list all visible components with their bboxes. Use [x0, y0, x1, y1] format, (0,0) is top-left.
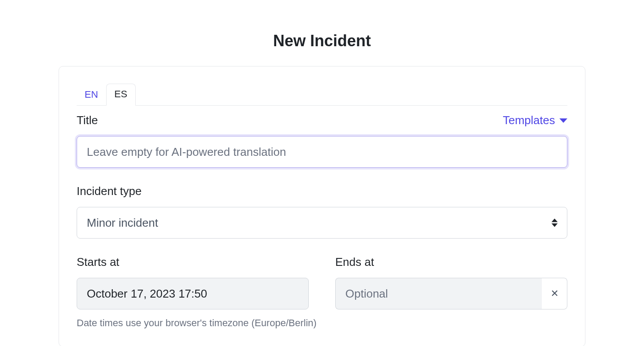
- incident-type-value: Minor incident: [87, 216, 158, 230]
- tab-en[interactable]: EN: [77, 85, 106, 106]
- ends-at-clear-button[interactable]: ✕: [542, 278, 567, 309]
- title-label: Title: [77, 114, 98, 127]
- ends-at-label: Ends at: [335, 255, 567, 269]
- title-input[interactable]: [77, 136, 567, 168]
- page-title: New Incident: [0, 32, 644, 50]
- starts-at-value: October 17, 2023 17:50: [87, 287, 207, 301]
- title-row-header: Title Templates: [77, 114, 567, 127]
- locale-tabs: EN ES: [77, 83, 567, 106]
- ends-at-input[interactable]: Optional: [335, 278, 542, 309]
- close-icon: ✕: [551, 288, 559, 299]
- ends-at-group: Optional ✕: [335, 278, 567, 309]
- date-row: Starts at October 17, 2023 17:50 Ends at…: [77, 255, 567, 309]
- starts-at-col: Starts at October 17, 2023 17:50: [77, 255, 309, 309]
- incident-form-card: EN ES Title Templates Incident type Mino…: [59, 66, 585, 346]
- incident-type-section: Incident type Minor incident: [77, 184, 567, 239]
- templates-label: Templates: [503, 114, 555, 127]
- incident-type-select[interactable]: Minor incident: [77, 207, 567, 239]
- starts-at-label: Starts at: [77, 255, 309, 269]
- starts-at-input[interactable]: October 17, 2023 17:50: [77, 278, 309, 309]
- starts-at-group: October 17, 2023 17:50: [77, 278, 309, 309]
- tab-es[interactable]: ES: [106, 84, 136, 106]
- templates-dropdown[interactable]: Templates: [503, 114, 568, 127]
- ends-at-placeholder: Optional: [345, 287, 388, 301]
- timezone-hint: Date times use your browser's timezone (…: [77, 317, 567, 329]
- ends-at-col: Ends at Optional ✕: [335, 255, 567, 309]
- incident-type-label: Incident type: [77, 184, 567, 198]
- caret-down-icon: [559, 118, 567, 123]
- incident-type-select-wrapper: Minor incident: [77, 207, 567, 239]
